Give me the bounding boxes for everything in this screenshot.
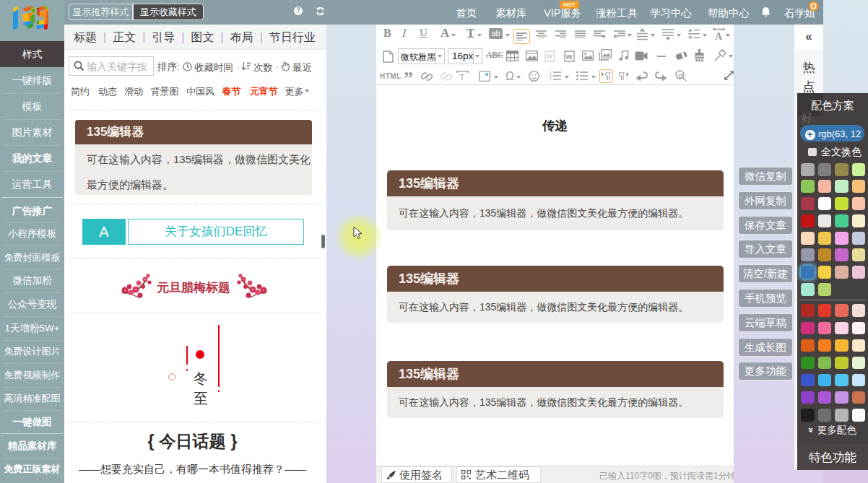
svg-text:W: W [566, 53, 573, 61]
svg-text:T: T [460, 73, 465, 82]
svg-text:@: @ [678, 72, 684, 79]
svg-text:3: 3 [550, 78, 552, 82]
svg-text:W: W [547, 53, 553, 60]
svg-text:A: A [715, 31, 723, 41]
